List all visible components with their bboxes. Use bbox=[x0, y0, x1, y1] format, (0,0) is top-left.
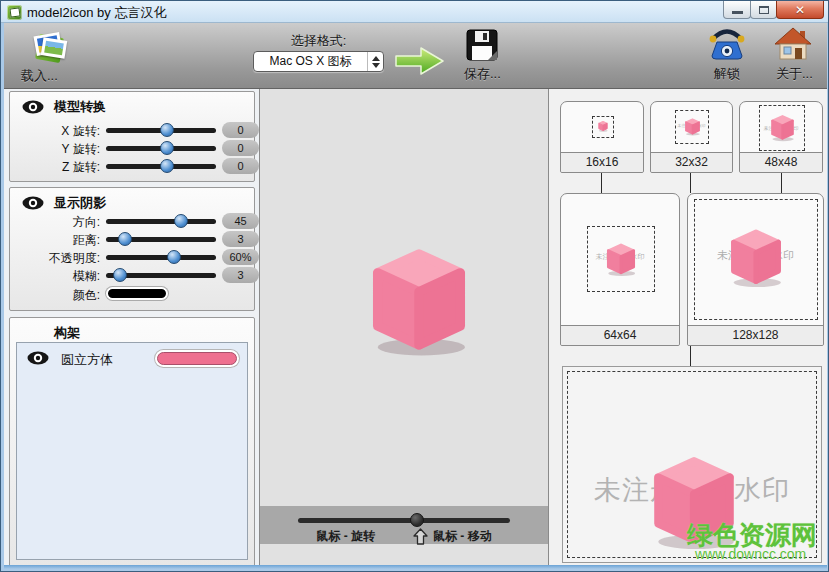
connector-line bbox=[601, 173, 602, 193]
color-label: 颜色: bbox=[10, 287, 100, 304]
distance-value: 3 bbox=[222, 231, 259, 247]
preview-size-label: 48x48 bbox=[740, 152, 822, 172]
preview-card-16: 16x16 bbox=[560, 101, 644, 173]
load-label: 载入... bbox=[21, 67, 58, 85]
shadow-color-swatch[interactable] bbox=[106, 287, 168, 300]
title-bar[interactable]: model2icon by 忘言汉化 ✕ bbox=[1, 1, 828, 23]
slider-thumb[interactable] bbox=[160, 123, 174, 137]
zoom-slider[interactable] bbox=[298, 512, 510, 528]
icon-preview-panel: 16x16 未注册版本水印 32x32 未注册版本水印 48x48 bbox=[549, 89, 827, 569]
slider-track[interactable] bbox=[106, 219, 216, 224]
preview-card-64: 未注册版本水印 64x64 bbox=[560, 193, 680, 346]
item-visibility-eye-icon[interactable] bbox=[27, 351, 49, 365]
item-color-swatch[interactable] bbox=[157, 352, 237, 365]
viewport-bottom-bar: 鼠标 - 旋转 鼠标 - 移动 bbox=[260, 506, 548, 544]
unlock-label: 解锁 bbox=[714, 65, 740, 83]
preview-card-128: 未注册版本水印 128x128 bbox=[687, 193, 824, 346]
unlock-phone-icon bbox=[707, 28, 747, 62]
preview-size-label: 32x32 bbox=[651, 152, 732, 172]
z-rotation-slider[interactable] bbox=[106, 158, 216, 174]
y-rotation-value: 0 bbox=[222, 140, 259, 156]
slider-thumb[interactable] bbox=[410, 513, 424, 527]
x-rotation-label: X 旋转: bbox=[10, 123, 100, 140]
blur-label: 模糊: bbox=[10, 268, 100, 285]
toolbar: 载入... 选择格式: Mac OS X 图标 bbox=[4, 23, 827, 89]
load-button[interactable]: 载入... bbox=[10, 25, 80, 87]
group-title: 显示阴影 bbox=[54, 194, 106, 212]
model-transform-group: 模型转换 X 旋转: 0 Y 旋转: 0 bbox=[9, 91, 255, 182]
mouse-rotate-hint: 鼠标 - 旋转 bbox=[316, 528, 375, 545]
unlock-button[interactable]: 解锁 bbox=[701, 25, 753, 87]
connector-line bbox=[781, 173, 782, 193]
settings-panel: 模型转换 X 旋转: 0 Y 旋转: 0 bbox=[4, 89, 259, 569]
y-rotation-row: Y 旋转: 0 bbox=[10, 140, 254, 156]
about-house-icon bbox=[774, 27, 812, 61]
y-rotation-slider[interactable] bbox=[106, 140, 216, 156]
opacity-slider[interactable] bbox=[106, 249, 216, 265]
preview-cube-48 bbox=[768, 113, 797, 142]
large-preview: 未注册版本水印 bbox=[562, 366, 822, 563]
preview-size-label: 16x16 bbox=[561, 152, 643, 172]
z-rotation-row: Z 旋转: 0 bbox=[10, 158, 254, 174]
slider-thumb[interactable] bbox=[113, 268, 127, 282]
preview-cube-large bbox=[643, 450, 745, 552]
maximize-button[interactable] bbox=[750, 1, 777, 19]
shadow-distance-row: 距离: 3 bbox=[10, 231, 254, 247]
minimize-icon bbox=[732, 11, 743, 14]
shift-arrow-icon bbox=[413, 528, 428, 545]
preview-cube-16 bbox=[597, 120, 609, 132]
distance-label: 距离: bbox=[10, 232, 100, 249]
blur-value: 3 bbox=[222, 267, 259, 283]
slider-track[interactable] bbox=[106, 255, 216, 260]
blur-slider[interactable] bbox=[106, 267, 216, 283]
stepper-arrows-icon bbox=[367, 52, 383, 71]
structure-item[interactable]: 圆立方体 bbox=[17, 348, 247, 370]
preview-cube-32 bbox=[683, 117, 702, 136]
save-button[interactable]: 保存... bbox=[454, 25, 510, 87]
opacity-value: 60% bbox=[222, 249, 259, 265]
preview-card-48: 未注册版本水印 48x48 bbox=[739, 101, 823, 173]
transform-visibility-eye-icon[interactable] bbox=[22, 100, 44, 114]
structure-group: 构架 圆立方体 bbox=[9, 317, 255, 567]
x-rotation-value: 0 bbox=[222, 122, 259, 138]
y-rotation-label: Y 旋转: bbox=[10, 141, 100, 158]
about-button[interactable]: 关于... bbox=[766, 25, 820, 87]
slider-thumb[interactable] bbox=[167, 250, 181, 264]
slider-thumb[interactable] bbox=[118, 232, 132, 246]
x-rotation-slider[interactable] bbox=[106, 122, 216, 138]
shadow-color-row: 颜色: bbox=[10, 286, 254, 302]
direction-slider[interactable] bbox=[106, 213, 216, 229]
structure-item-label: 圆立方体 bbox=[61, 351, 113, 369]
about-label: 关于... bbox=[776, 65, 813, 83]
convert-arrow-icon bbox=[395, 46, 445, 76]
shadow-group: 显示阴影 方向: 45 距离: 3 bbox=[9, 187, 255, 311]
slider-thumb[interactable] bbox=[174, 214, 188, 228]
direction-value: 45 bbox=[222, 213, 259, 229]
z-rotation-label: Z 旋转: bbox=[10, 159, 100, 176]
minimize-button[interactable] bbox=[723, 1, 751, 19]
group-title: 构架 bbox=[54, 324, 80, 342]
preview-cube-128 bbox=[724, 225, 788, 289]
close-icon: ✕ bbox=[795, 3, 805, 17]
structure-list: 圆立方体 bbox=[16, 342, 248, 560]
format-select[interactable]: Mac OS X 图标 bbox=[253, 51, 384, 72]
app-icon bbox=[7, 5, 22, 20]
model-viewport[interactable]: 鼠标 - 旋转 鼠标 - 移动 bbox=[259, 89, 549, 569]
preview-size-label: 128x128 bbox=[688, 325, 823, 345]
direction-label: 方向: bbox=[10, 214, 100, 231]
window-title: model2icon by 忘言汉化 bbox=[27, 4, 166, 22]
window-content: 载入... 选择格式: Mac OS X 图标 bbox=[4, 23, 827, 569]
load-photos-icon bbox=[30, 31, 70, 65]
distance-slider[interactable] bbox=[106, 231, 216, 247]
application-window: model2icon by 忘言汉化 ✕ 载入... 选择格式: Mac OS … bbox=[0, 0, 829, 572]
x-rotation-row: X 旋转: 0 bbox=[10, 122, 254, 138]
model-cube[interactable] bbox=[360, 241, 478, 359]
slider-thumb[interactable] bbox=[160, 159, 174, 173]
group-title: 模型转换 bbox=[54, 98, 106, 116]
connector-line bbox=[690, 346, 691, 366]
slider-track[interactable] bbox=[298, 518, 510, 523]
slider-thumb[interactable] bbox=[160, 141, 174, 155]
close-button[interactable]: ✕ bbox=[776, 1, 824, 19]
shadow-visibility-eye-icon[interactable] bbox=[22, 196, 44, 210]
z-rotation-value: 0 bbox=[222, 158, 259, 174]
